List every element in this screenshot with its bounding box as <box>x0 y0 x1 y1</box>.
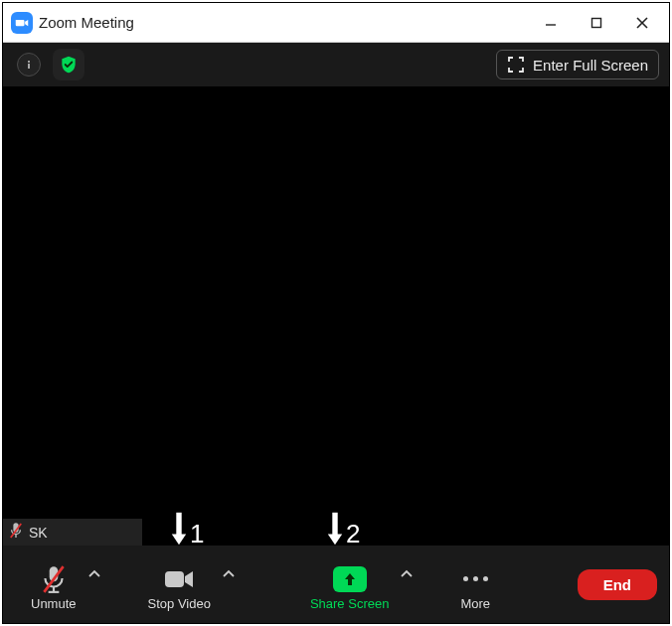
meeting-toolbar: Unmute Stop Video <box>3 546 669 623</box>
topbar-left <box>13 49 84 80</box>
fullscreen-icon <box>507 56 525 74</box>
more-button[interactable]: More <box>454 558 496 611</box>
stop-video-label: Stop Video <box>148 596 211 611</box>
more-label: More <box>460 596 490 611</box>
unmute-label: Unmute <box>31 596 77 611</box>
window-title: Zoom Meeting <box>39 14 528 31</box>
maximize-button[interactable] <box>574 4 619 42</box>
info-icon <box>17 53 41 77</box>
window-controls <box>528 4 665 42</box>
share-screen-icon <box>333 566 367 592</box>
minimize-button[interactable] <box>528 4 574 42</box>
annotation-arrow-2: 2 <box>326 508 360 549</box>
annotation-arrow-1: 1 <box>170 508 204 549</box>
shield-check-icon <box>59 55 79 75</box>
fullscreen-label: Enter Full Screen <box>533 57 648 74</box>
titlebar: Zoom Meeting <box>3 3 669 43</box>
chevron-up-icon <box>223 569 235 579</box>
video-options-caret[interactable] <box>217 568 241 582</box>
close-button[interactable] <box>619 4 665 42</box>
video-icon <box>163 562 195 596</box>
enter-fullscreen-button[interactable]: Enter Full Screen <box>496 50 659 79</box>
video-area: SK 1 2 <box>3 86 669 546</box>
stop-video-button[interactable]: Stop Video <box>142 558 217 611</box>
more-dots-icon <box>463 562 488 596</box>
chevron-up-icon <box>88 569 100 579</box>
zoom-logo-icon <box>11 12 33 34</box>
share-screen-button[interactable]: Share Screen <box>304 558 396 611</box>
meeting-info-button[interactable] <box>13 49 45 80</box>
share-options-caret[interactable] <box>395 568 419 582</box>
svg-rect-1 <box>592 18 601 27</box>
share-screen-label: Share Screen <box>310 596 390 611</box>
meeting-topbar: Enter Full Screen <box>3 43 669 86</box>
end-button[interactable]: End <box>578 569 657 600</box>
svg-rect-5 <box>28 64 30 69</box>
svg-point-4 <box>28 61 30 63</box>
encryption-button[interactable] <box>53 49 84 80</box>
audio-options-caret[interactable] <box>83 568 106 582</box>
tutorial-annotations: 1 2 <box>3 504 669 551</box>
mic-muted-icon <box>40 562 68 596</box>
svg-rect-15 <box>165 571 184 587</box>
chevron-up-icon <box>401 569 413 579</box>
unmute-button[interactable]: Unmute <box>25 558 83 611</box>
zoom-window: Zoom Meeting <box>2 2 670 624</box>
